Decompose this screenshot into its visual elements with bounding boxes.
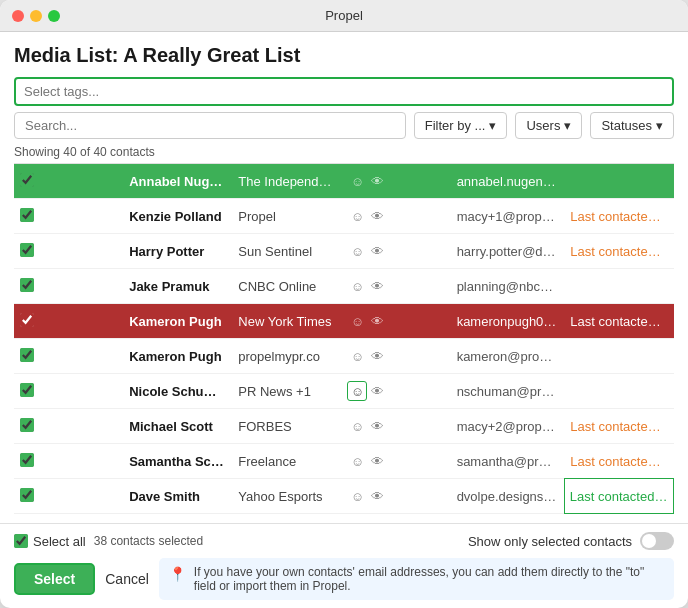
contact-person-icon[interactable]: ☺ — [347, 416, 367, 436]
table-row: Annabel NugentThe Independent☺👁annabel.n… — [14, 164, 674, 199]
contact-last-contacted: Last contacted by Macy V... — [564, 234, 673, 269]
contact-last-contacted: Last contacted by Nancy ... — [564, 479, 673, 514]
contact-last-contacted: Last contacted by me | 0... — [564, 514, 673, 524]
select-all-checkbox[interactable] — [14, 534, 28, 548]
contact-email: macy+2@propelmypr.co — [451, 409, 565, 444]
contact-org: Propel — [232, 199, 341, 234]
contact-icons: ☺👁 — [341, 199, 450, 234]
row-checkbox[interactable] — [20, 418, 34, 432]
row-checkbox[interactable] — [20, 243, 34, 257]
contact-name: Dave Smith — [123, 479, 232, 514]
contact-view-icon[interactable]: 👁 — [367, 416, 387, 436]
contact-icons: ☺👁 — [341, 339, 450, 374]
contact-org: propelmypr.co — [232, 339, 341, 374]
tags-input[interactable] — [14, 77, 674, 106]
filter-by-button[interactable]: Filter by ... ▾ — [414, 112, 508, 139]
statuses-button[interactable]: Statuses ▾ — [590, 112, 674, 139]
contact-person-icon[interactable]: ☺ — [347, 451, 367, 471]
close-button[interactable] — [12, 10, 24, 22]
footer: Select all 38 contacts selected Show onl… — [0, 523, 688, 608]
contact-person-icon[interactable]: ☺ — [347, 486, 367, 506]
row-checkbox[interactable] — [20, 313, 34, 327]
contacts-table: Annabel NugentThe Independent☺👁annabel.n… — [14, 164, 674, 523]
contact-view-icon[interactable]: 👁 — [367, 381, 387, 401]
contact-view-icon[interactable]: 👁 — [367, 241, 387, 261]
contact-view-icon[interactable]: 👁 — [367, 276, 387, 296]
contact-email: kameron@propelmypr.co — [451, 339, 565, 374]
contact-view-icon[interactable]: 👁 — [367, 486, 387, 506]
search-input[interactable] — [14, 112, 406, 139]
contact-name: Nicole Schuman — [123, 374, 232, 409]
contact-person-icon[interactable]: ☺ — [347, 171, 367, 191]
table-row: Harry PotterSun Sentinel☺👁harry.potter@d… — [14, 234, 674, 269]
table-row: Kameron Pughpropelmypr.co☺👁kameron@prope… — [14, 339, 674, 374]
contact-name: Kameron Pugh — [123, 339, 232, 374]
page-title: Media List: A Really Great List — [14, 44, 674, 67]
contact-view-icon[interactable]: 👁 — [367, 206, 387, 226]
contact-person-icon[interactable]: ☺ — [347, 276, 367, 296]
contact-view-icon[interactable]: 👁 — [367, 171, 387, 191]
contact-org: New York Times — [232, 304, 341, 339]
row-checkbox[interactable] — [20, 173, 34, 187]
row-checkbox-cell — [14, 269, 123, 304]
row-checkbox-cell — [14, 304, 123, 339]
contact-view-icon[interactable]: 👁 — [367, 311, 387, 331]
contact-person-icon[interactable]: ☺ — [347, 381, 367, 401]
contact-icons: ☺👁 — [341, 479, 450, 514]
cancel-button[interactable]: Cancel — [105, 571, 149, 587]
contact-person-icon[interactable]: ☺ — [347, 311, 367, 331]
table-row: Divyam TantiaFreelance☺👁divyam@propelmyp… — [14, 514, 674, 524]
row-checkbox-cell — [14, 164, 123, 199]
contact-last-contacted — [564, 339, 673, 374]
row-checkbox[interactable] — [20, 278, 34, 292]
row-checkbox-cell — [14, 479, 123, 514]
contact-last-contacted: Last contacted by Macy V... — [564, 444, 673, 479]
row-checkbox[interactable] — [20, 488, 34, 502]
contact-org: The Independent — [232, 164, 341, 199]
contact-person-icon[interactable]: ☺ — [347, 241, 367, 261]
contacts-table-container[interactable]: Annabel NugentThe Independent☺👁annabel.n… — [14, 163, 674, 523]
minimize-button[interactable] — [30, 10, 42, 22]
row-checkbox[interactable] — [20, 453, 34, 467]
contact-last-contacted: Last contacted by Julia Fr... — [564, 304, 673, 339]
contact-view-icon[interactable]: 👁 — [367, 451, 387, 471]
footer-top: Select all 38 contacts selected Show onl… — [14, 532, 674, 550]
maximize-button[interactable] — [48, 10, 60, 22]
select-button[interactable]: Select — [14, 563, 95, 595]
contact-name: Divyam Tantia — [123, 514, 232, 524]
contact-email: divyam@propelmypr.com — [451, 514, 565, 524]
contact-last-contacted: Last contacted by Nancy ... — [564, 199, 673, 234]
contact-email: planning@nbcuni.com — [451, 269, 565, 304]
contact-icons: ☺👁 — [341, 234, 450, 269]
contact-name: Jake Pramuk — [123, 269, 232, 304]
row-checkbox-cell — [14, 199, 123, 234]
contact-icons: ☺👁 — [341, 514, 450, 524]
contact-org: Yahoo Esports — [232, 479, 341, 514]
select-all-label[interactable]: Select all — [14, 534, 86, 549]
contact-name: Annabel Nugent — [123, 164, 232, 199]
row-checkbox[interactable] — [20, 383, 34, 397]
chevron-down-icon: ▾ — [656, 118, 663, 133]
show-only-selected-label: Show only selected contacts — [468, 534, 632, 549]
contact-org: Sun Sentinel — [232, 234, 341, 269]
chevron-down-icon: ▾ — [564, 118, 571, 133]
contact-person-icon[interactable]: ☺ — [347, 346, 367, 366]
footer-right: Show only selected contacts — [468, 532, 674, 550]
row-checkbox-cell — [14, 514, 123, 524]
row-checkbox[interactable] — [20, 208, 34, 222]
contact-name: Kenzie Polland — [123, 199, 232, 234]
show-only-selected-toggle[interactable] — [640, 532, 674, 550]
toolbar: Filter by ... ▾ Users ▾ Statuses ▾ — [14, 112, 674, 139]
contact-org: Freelance — [232, 444, 341, 479]
contact-email: samantha@propelmypr.c... — [451, 444, 565, 479]
contact-org: FORBES — [232, 409, 341, 444]
users-button[interactable]: Users ▾ — [515, 112, 582, 139]
contact-view-icon[interactable]: 👁 — [367, 346, 387, 366]
showing-text: Showing 40 of 40 contacts — [14, 145, 674, 159]
app-window: Propel Media List: A Really Great List F… — [0, 0, 688, 608]
contact-person-icon[interactable]: ☺ — [347, 206, 367, 226]
row-checkbox-cell — [14, 339, 123, 374]
row-checkbox[interactable] — [20, 348, 34, 362]
contact-icons: ☺👁 — [341, 374, 450, 409]
contact-email: dvolpe.designs@gmail.com — [451, 479, 565, 514]
